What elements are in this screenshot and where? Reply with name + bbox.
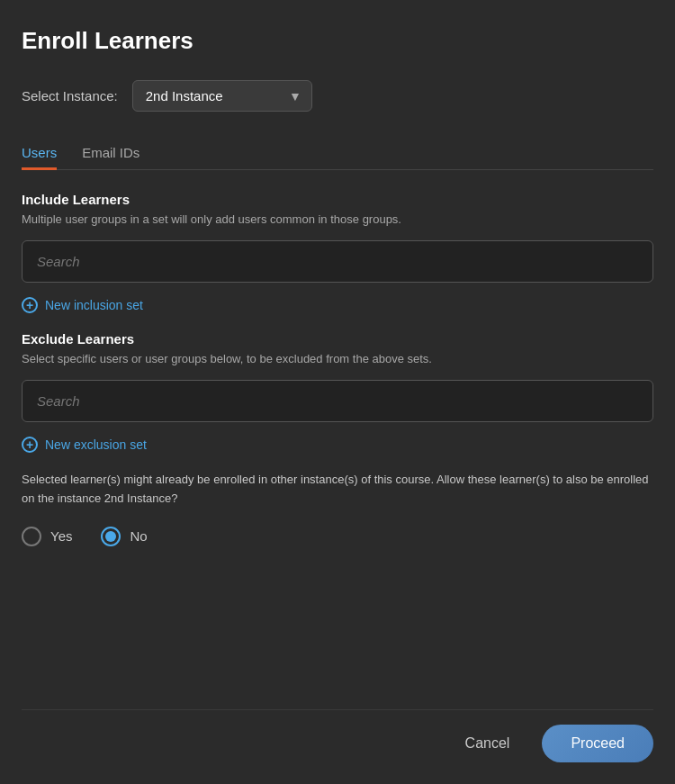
exclude-section-title: Exclude Learners: [22, 331, 653, 347]
instance-select[interactable]: 1st Instance 2nd Instance 3rd Instance: [132, 80, 312, 112]
new-inclusion-set-button[interactable]: + New inclusion set: [22, 297, 653, 313]
include-section-desc: Multiple user groups in a set will only …: [22, 212, 653, 226]
tab-email-ids[interactable]: Email IDs: [82, 138, 140, 170]
radio-inner-no: [105, 531, 116, 542]
radio-label-no: No: [130, 528, 147, 544]
cancel-button[interactable]: Cancel: [451, 726, 525, 761]
enrollment-note: Selected learner(s) might already be enr…: [22, 471, 653, 509]
plus-circle-icon: +: [22, 297, 38, 313]
instance-select-wrapper[interactable]: 1st Instance 2nd Instance 3rd Instance ▼: [132, 80, 312, 112]
tab-users[interactable]: Users: [22, 138, 57, 170]
instance-selector-label: Select Instance:: [22, 88, 118, 104]
enroll-learners-modal: Enroll Learners Select Instance: 1st Ins…: [0, 0, 675, 784]
include-section-title: Include Learners: [22, 192, 653, 207]
exclude-search-input[interactable]: [22, 380, 653, 422]
plus-circle-icon-2: +: [22, 437, 38, 453]
modal-footer: Cancel Proceed: [22, 709, 653, 762]
radio-option-no[interactable]: No: [101, 527, 147, 546]
page-title: Enroll Learners: [22, 27, 653, 55]
instance-selector-row: Select Instance: 1st Instance 2nd Instan…: [22, 80, 653, 112]
new-exclusion-set-button[interactable]: + New exclusion set: [22, 437, 653, 453]
radio-label-yes: Yes: [50, 528, 72, 544]
proceed-button[interactable]: Proceed: [542, 725, 653, 762]
radio-button-yes[interactable]: [22, 527, 41, 546]
radio-button-no[interactable]: [101, 527, 121, 546]
radio-option-yes[interactable]: Yes: [22, 527, 72, 546]
tabs-row: Users Email IDs: [22, 137, 653, 170]
include-search-input[interactable]: [22, 240, 653, 283]
exclude-section-desc: Select specific users or user groups bel…: [22, 352, 653, 365]
radio-group: Yes No: [22, 527, 653, 546]
